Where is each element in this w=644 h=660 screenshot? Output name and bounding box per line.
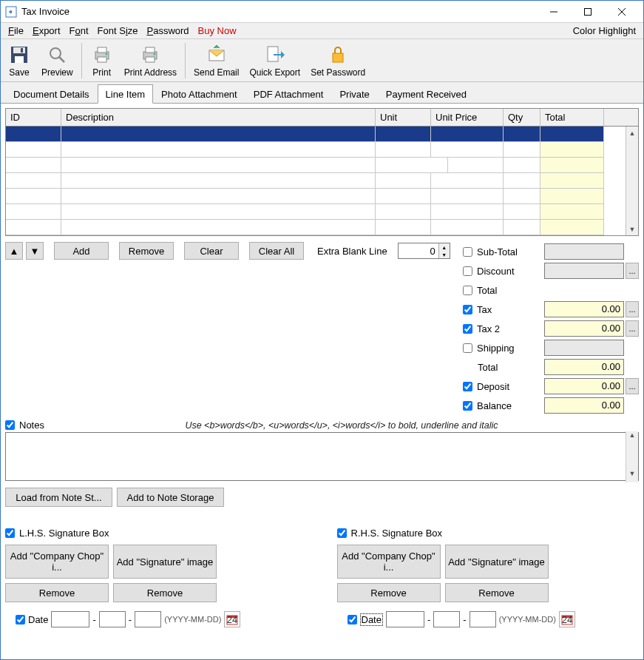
lhs-remove-sig-button[interactable]: Remove bbox=[113, 583, 217, 602]
print-button[interactable]: Print bbox=[85, 41, 119, 81]
minimize-button[interactable] bbox=[537, 1, 571, 23]
col-total[interactable]: Total bbox=[540, 109, 604, 127]
grid-rows[interactable] bbox=[6, 127, 626, 235]
tax2-more-button[interactable]: ... bbox=[626, 320, 639, 337]
rhs-sig-checkbox[interactable] bbox=[337, 528, 347, 538]
svg-rect-12 bbox=[98, 47, 106, 53]
deposit-checkbox[interactable] bbox=[463, 382, 472, 391]
quick-export-button[interactable]: Quick Export bbox=[244, 41, 305, 81]
rhs-date-label: Date bbox=[360, 613, 383, 626]
total1-checkbox[interactable] bbox=[463, 286, 472, 295]
clear-all-button[interactable]: Clear All bbox=[249, 242, 304, 260]
discount-checkbox[interactable] bbox=[463, 266, 472, 276]
lhs-remove-chop-button[interactable]: Remove bbox=[5, 583, 109, 602]
lhs-date-checkbox[interactable] bbox=[16, 615, 25, 624]
send-email-button[interactable]: Send Email bbox=[189, 41, 244, 81]
remove-button[interactable]: Remove bbox=[119, 242, 174, 260]
menubar: File Export Font Font Size Password Buy … bbox=[1, 23, 643, 39]
table-row[interactable] bbox=[6, 158, 626, 173]
print-address-button[interactable]: Print Address bbox=[119, 41, 182, 81]
deposit-value[interactable]: 0.00 bbox=[544, 378, 624, 394]
save-button[interactable]: Save bbox=[2, 41, 36, 81]
subtotal-checkbox[interactable] bbox=[463, 247, 472, 257]
rhs-date-month[interactable] bbox=[433, 611, 460, 627]
extra-blank-spinner[interactable]: ▲▼ bbox=[398, 243, 450, 259]
rhs-date-year[interactable] bbox=[386, 611, 424, 627]
grid-actions: ▲ ▼ Add Remove Clear Clear All Extra Bla… bbox=[5, 242, 463, 260]
rhs-add-chop-button[interactable]: Add "Company Chop" i... bbox=[337, 545, 441, 579]
rhs-date-day[interactable] bbox=[470, 611, 496, 627]
add-button[interactable]: Add bbox=[54, 242, 109, 260]
col-unit[interactable]: Unit bbox=[376, 109, 431, 127]
menu-fontsize[interactable]: Font Size bbox=[93, 24, 143, 38]
table-row[interactable] bbox=[6, 142, 626, 158]
rhs-remove-sig-button[interactable]: Remove bbox=[445, 583, 549, 602]
lhs-sig-checkbox[interactable] bbox=[5, 528, 15, 538]
spin-up-icon[interactable]: ▲ bbox=[439, 243, 450, 251]
grid-header: ID Description Unit Unit Price Qty Total bbox=[6, 109, 638, 127]
svg-rect-17 bbox=[146, 57, 155, 62]
tax-more-button[interactable]: ... bbox=[626, 301, 639, 317]
menu-colorhighlight[interactable]: Color Highlight bbox=[569, 24, 640, 38]
discount-value[interactable] bbox=[544, 263, 624, 279]
move-down-button[interactable]: ▼ bbox=[26, 242, 44, 260]
extra-blank-input[interactable] bbox=[399, 243, 438, 258]
lhs-date-month[interactable] bbox=[99, 611, 126, 627]
scroll-up-icon[interactable]: ▲ bbox=[626, 431, 638, 444]
table-row[interactable] bbox=[6, 220, 626, 235]
shipping-checkbox[interactable] bbox=[463, 343, 472, 353]
notes-scrollbar[interactable]: ▲ ▼ bbox=[626, 431, 638, 482]
spin-down-icon[interactable]: ▼ bbox=[439, 251, 450, 258]
deposit-more-button[interactable]: ... bbox=[626, 378, 639, 394]
rhs-date-checkbox[interactable] bbox=[348, 615, 357, 624]
menu-buynow[interactable]: Buy Now bbox=[194, 24, 241, 38]
tab-line-item[interactable]: Line Item bbox=[98, 84, 153, 104]
rhs-remove-chop-button[interactable]: Remove bbox=[337, 583, 441, 602]
set-password-button[interactable]: Set Password bbox=[305, 41, 370, 81]
lhs-add-sig-button[interactable]: Add "Signature" image bbox=[113, 545, 217, 579]
lhs-date-day[interactable] bbox=[135, 611, 161, 627]
grid-scrollbar[interactable]: ▲ ▼ bbox=[626, 127, 638, 235]
lhs-date-year[interactable] bbox=[51, 611, 89, 627]
col-qty[interactable]: Qty bbox=[504, 109, 540, 127]
clear-button[interactable]: Clear bbox=[184, 242, 239, 260]
notes-checkbox[interactable] bbox=[5, 420, 15, 430]
col-id[interactable]: ID bbox=[6, 109, 61, 127]
notes-textarea[interactable] bbox=[5, 432, 639, 481]
menu-password[interactable]: Password bbox=[143, 24, 194, 38]
tax-checkbox[interactable] bbox=[463, 305, 472, 314]
col-unit-price[interactable]: Unit Price bbox=[431, 109, 504, 127]
scroll-down-icon[interactable]: ▼ bbox=[626, 223, 638, 235]
table-row[interactable] bbox=[6, 127, 626, 142]
move-up-button[interactable]: ▲ bbox=[5, 242, 23, 260]
scroll-down-icon[interactable]: ▼ bbox=[626, 470, 638, 482]
rhs-calendar-button[interactable]: 24 bbox=[559, 611, 575, 627]
tax2-value[interactable]: 0.00 bbox=[544, 320, 624, 337]
maximize-button[interactable] bbox=[571, 1, 605, 23]
balance-checkbox[interactable] bbox=[463, 401, 472, 411]
lhs-add-chop-button[interactable]: Add "Company Chop" i... bbox=[5, 545, 109, 579]
col-description[interactable]: Description bbox=[61, 109, 376, 127]
menu-font[interactable]: Font bbox=[65, 24, 93, 38]
tax2-checkbox[interactable] bbox=[463, 324, 472, 334]
preview-button[interactable]: Preview bbox=[36, 41, 78, 81]
table-row[interactable] bbox=[6, 189, 626, 204]
table-row[interactable] bbox=[6, 204, 626, 220]
scroll-up-icon[interactable]: ▲ bbox=[626, 127, 638, 139]
rhs-add-sig-button[interactable]: Add "Signature" image bbox=[445, 545, 549, 579]
load-note-button[interactable]: Load from Note St... bbox=[5, 488, 112, 507]
lhs-calendar-button[interactable]: 24 bbox=[224, 611, 240, 627]
tab-payment-received[interactable]: Payment Received bbox=[378, 84, 475, 103]
tab-private[interactable]: Private bbox=[331, 84, 377, 103]
tab-document-details[interactable]: Document Details bbox=[5, 84, 98, 103]
discount-more-button[interactable]: ... bbox=[626, 263, 639, 279]
menu-export[interactable]: Export bbox=[28, 24, 65, 38]
menu-file[interactable]: File bbox=[4, 24, 28, 38]
shipping-value[interactable] bbox=[544, 340, 624, 356]
tab-photo-attachment[interactable]: Photo Attachment bbox=[153, 84, 245, 103]
tab-pdf-attachment[interactable]: PDF Attachment bbox=[245, 84, 332, 103]
table-row[interactable] bbox=[6, 173, 626, 189]
close-button[interactable] bbox=[605, 1, 639, 23]
add-note-button[interactable]: Add to Note Storage bbox=[117, 488, 224, 507]
tax-value[interactable]: 0.00 bbox=[544, 301, 624, 317]
